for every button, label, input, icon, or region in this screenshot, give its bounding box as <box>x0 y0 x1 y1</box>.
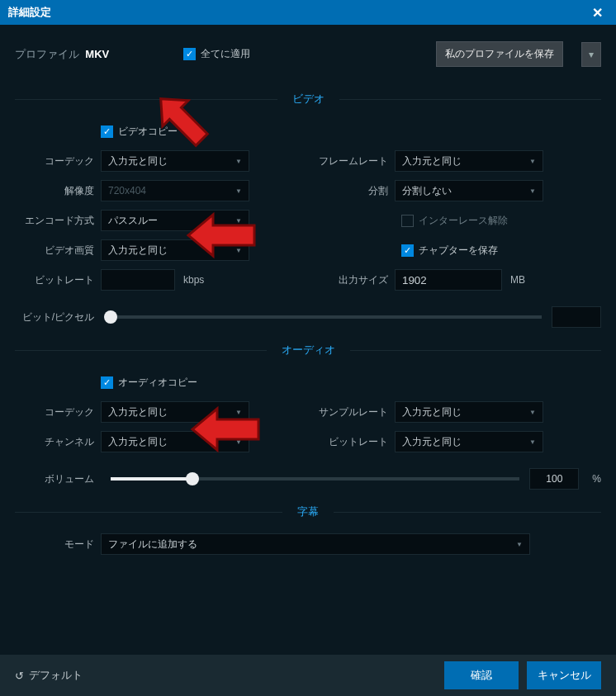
kbps-unit: kbps <box>183 274 204 286</box>
chevron-down-icon: ▼ <box>529 438 536 446</box>
bpp-label: ビット/ピクセル <box>15 310 101 324</box>
quality-select[interactable]: 入力元と同じ ▼ <box>101 239 249 261</box>
check-icon: ✓ <box>183 48 196 60</box>
output-size-label: 出力サイズ <box>296 273 395 287</box>
dialog-title: 詳細設定 <box>8 5 51 20</box>
bpp-value[interactable] <box>552 306 601 328</box>
apply-all-checkbox[interactable]: ✓ 全てに適用 <box>183 47 250 61</box>
chevron-down-icon: ▼ <box>235 158 242 165</box>
profile-info: プロファイル MKV <box>15 47 109 62</box>
apply-all-label: 全てに適用 <box>201 47 250 61</box>
audio-copy-label: オーディオコピー <box>118 376 197 390</box>
video-copy-checkbox[interactable]: ✓ ビデオコピー <box>101 125 178 139</box>
subtitle-section-header: 字幕 <box>15 504 601 519</box>
encode-label: エンコード方式 <box>15 214 101 228</box>
audio-codec-label: コーデック <box>15 405 101 419</box>
video-section-title: ビデオ <box>277 92 339 107</box>
quality-label: ビデオ画質 <box>15 244 101 258</box>
video-bitrate-input[interactable] <box>101 269 175 291</box>
chevron-down-icon: ▼ <box>235 438 242 446</box>
deinterlace-checkbox[interactable]: インターレース解除 <box>401 214 508 228</box>
subtitle-section-title: 字幕 <box>282 504 334 519</box>
percent-unit: % <box>592 473 601 485</box>
chapter-checkbox[interactable]: ✓ チャプターを保存 <box>401 244 498 258</box>
framerate-select[interactable]: 入力元と同じ ▼ <box>395 150 543 172</box>
header-row: プロファイル MKV ✓ 全てに適用 私のプロファイルを保存 ▾ <box>0 25 616 83</box>
save-profile-dropdown[interactable]: ▾ <box>581 42 601 67</box>
video-copy-label: ビデオコピー <box>118 125 178 139</box>
reset-icon: ↺ <box>15 670 24 682</box>
default-label: デフォルト <box>29 668 83 683</box>
channel-select[interactable]: 入力元と同じ ▼ <box>101 431 249 452</box>
subtitle-mode-select[interactable]: ファイルに追加する ▼ <box>101 533 530 555</box>
cancel-button[interactable]: キャンセル <box>527 661 601 689</box>
channel-label: チャンネル <box>15 435 101 449</box>
volume-slider[interactable] <box>111 477 519 481</box>
chevron-down-icon: ▼ <box>235 217 242 225</box>
audio-section-title: オーディオ <box>267 343 350 357</box>
chevron-down-icon: ▼ <box>516 541 523 548</box>
chevron-down-icon: ▼ <box>529 158 536 165</box>
audio-bitrate-label: ビットレート <box>296 435 395 449</box>
chevron-down-icon: ▾ <box>589 49 594 60</box>
resolution-label: 解像度 <box>15 184 101 198</box>
check-icon: ✓ <box>101 376 113 389</box>
slider-handle[interactable] <box>104 310 117 324</box>
audio-codec-select[interactable]: 入力元と同じ ▼ <box>101 401 249 423</box>
titlebar: 詳細設定 ✕ <box>0 0 616 25</box>
save-profile-button[interactable]: 私のプロファイルを保存 <box>436 41 563 67</box>
samplerate-select[interactable]: 入力元と同じ ▼ <box>395 401 543 423</box>
audio-section-header: オーディオ <box>15 343 601 357</box>
codec-label: コーデック <box>15 154 101 168</box>
chevron-down-icon: ▼ <box>529 409 536 416</box>
resolution-select[interactable]: 720x404 ▼ <box>101 180 249 201</box>
framerate-label: フレームレート <box>296 154 395 168</box>
bpp-slider[interactable] <box>111 315 542 319</box>
volume-value[interactable]: 100 <box>529 468 579 490</box>
chevron-down-icon: ▼ <box>529 187 536 195</box>
video-section-header: ビデオ <box>15 92 601 107</box>
check-icon: ✓ <box>401 244 414 257</box>
audio-bitrate-select[interactable]: 入力元と同じ ▼ <box>395 431 543 452</box>
samplerate-label: サンプルレート <box>296 405 395 419</box>
checkbox-box <box>401 215 414 227</box>
split-label: 分割 <box>296 184 395 198</box>
default-button[interactable]: ↺ デフォルト <box>15 668 83 683</box>
profile-name: MKV <box>85 48 109 60</box>
volume-label: ボリューム <box>15 472 101 486</box>
mb-unit: MB <box>510 274 525 286</box>
output-size-input[interactable] <box>395 269 502 291</box>
chevron-down-icon: ▼ <box>235 187 242 195</box>
deinterlace-label: インターレース解除 <box>419 214 508 228</box>
encode-select[interactable]: パススルー ▼ <box>101 210 249 231</box>
close-icon[interactable]: ✕ <box>587 5 608 21</box>
ok-button[interactable]: 確認 <box>444 661 519 689</box>
video-bitrate-label: ビットレート <box>15 273 101 287</box>
video-codec-select[interactable]: 入力元と同じ ▼ <box>101 150 249 172</box>
chapter-label: チャプターを保存 <box>419 244 498 258</box>
footer: ↺ デフォルト 確認 キャンセル <box>0 655 616 696</box>
subtitle-mode-label: モード <box>15 537 101 552</box>
profile-label: プロファイル <box>15 48 79 60</box>
slider-handle[interactable] <box>186 472 199 485</box>
chevron-down-icon: ▼ <box>235 247 242 254</box>
split-select[interactable]: 分割しない ▼ <box>395 180 543 201</box>
audio-copy-checkbox[interactable]: ✓ オーディオコピー <box>101 376 197 390</box>
chevron-down-icon: ▼ <box>235 409 242 416</box>
check-icon: ✓ <box>101 125 113 138</box>
